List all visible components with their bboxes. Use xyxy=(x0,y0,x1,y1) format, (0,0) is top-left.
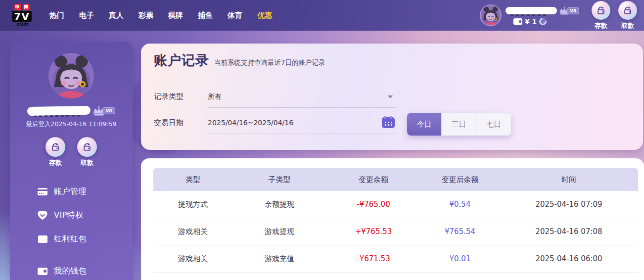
sidebar-menu: 账户管理 VIP特权 红利红包 我的钱包 xyxy=(10,180,133,280)
avatar-large[interactable] xyxy=(48,53,94,98)
col-header-after-balance: 变更后余额 xyxy=(420,175,500,185)
sidebar-withdraw-button[interactable]: 取款 xyxy=(77,137,97,167)
logo-text: 7V xyxy=(12,11,31,22)
nav-item-promotions[interactable]: 优惠 xyxy=(257,11,272,20)
nav-item-sports[interactable]: 体育 xyxy=(228,11,242,20)
sidebar-actions: 存款 取款 xyxy=(10,137,133,167)
sidebar-deposit-button[interactable]: 存款 xyxy=(46,137,65,167)
sidebar-item-label: 账户管理 xyxy=(54,187,87,197)
table-row: 提现方式 余额提现 -¥765.00 ¥0.54 2025-04-16 07:0… xyxy=(153,191,638,218)
date-range-tabs: 今日 三日 七日 xyxy=(407,113,511,136)
refresh-balance-icon[interactable] xyxy=(538,16,548,27)
logo-badges: 申 博 xyxy=(14,4,30,10)
cell-after-balance: ¥0.54 xyxy=(420,200,500,209)
nav-item-slots[interactable]: 电子 xyxy=(79,11,94,20)
nav-deposit-button[interactable]: 存款 xyxy=(592,1,610,30)
username-censored xyxy=(27,106,91,116)
logo-badge-right: 博 xyxy=(23,4,30,10)
cell-subtype: 游戏提现 xyxy=(232,227,326,236)
page-title: 账户记录 xyxy=(154,51,209,69)
last-login-text: 最后登入2025-04-16 11:09:59 xyxy=(10,120,133,129)
withdraw-icon xyxy=(618,1,637,20)
cell-subtype: 余额提现 xyxy=(232,200,326,209)
cell-change-amount: +¥765.53 xyxy=(326,227,420,236)
envelope-icon xyxy=(37,233,48,244)
cell-type: 游戏相关 xyxy=(153,254,232,264)
sidebar-item-my-wallet[interactable]: 我的钱包 xyxy=(10,259,133,280)
sidebar-item-label: 我的钱包 xyxy=(54,266,87,277)
cell-time: 2025-04-16 06:00 xyxy=(500,254,638,263)
nav-user-info: V0 ¥ 1 xyxy=(506,5,584,26)
records-table-card: 类型 子类型 变更余额 变更后余额 时间 提现方式 余额提现 -¥765.00 … xyxy=(141,158,644,280)
table-row: 游戏相关 游戏充值 -¥671.53 ¥0.01 2025-04-16 06:0… xyxy=(153,245,638,273)
col-header-type: 类型 xyxy=(153,175,232,185)
logo-suffix: .com xyxy=(15,22,28,27)
sidebar-item-label: 红利红包 xyxy=(54,234,87,244)
cell-change-amount: -¥765.00 xyxy=(326,200,420,209)
panel-title-row: 账户记录 当前系统支持查询最近7日的账户记录 xyxy=(154,51,325,69)
avatar[interactable] xyxy=(480,4,502,26)
withdraw-label: 取款 xyxy=(81,158,93,167)
col-header-change: 变更余额 xyxy=(326,175,420,185)
withdraw-icon xyxy=(77,137,97,157)
trade-date-field[interactable]: 2025/04/16~2025/04/16 xyxy=(208,115,396,134)
cell-change-amount: -¥671.53 xyxy=(326,254,420,263)
cell-type: 提现方式 xyxy=(153,200,232,209)
main-menu: 热门 电子 真人 彩票 棋牌 捕鱼 体育 优惠 xyxy=(49,11,272,20)
card-icon xyxy=(37,186,48,197)
nav-item-hot[interactable]: 热门 xyxy=(49,11,64,20)
vip-level-badge: V0 xyxy=(567,7,579,14)
deposit-icon xyxy=(46,137,65,157)
account-records-panel: 账户记录 当前系统支持查询最近7日的账户记录 记录类型 所有 交易日期 2025… xyxy=(141,44,643,150)
nav-item-boardgames[interactable]: 棋牌 xyxy=(168,11,183,20)
cell-time: 2025-04-16 07:09 xyxy=(500,200,638,209)
cell-type: 游戏相关 xyxy=(153,227,232,236)
cell-after-balance: ¥0.01 xyxy=(420,254,500,263)
table-header-row: 类型 子类型 变更余额 变更后余额 时间 xyxy=(153,168,638,191)
deposit-label: 存款 xyxy=(49,158,62,167)
nav-withdraw-button[interactable]: 取款 xyxy=(618,1,637,30)
record-type-label: 记录类型 xyxy=(154,92,184,101)
col-header-subtype: 子类型 xyxy=(232,175,326,185)
nav-item-fishing[interactable]: 捕鱼 xyxy=(198,11,213,20)
deposit-label: 存款 xyxy=(595,21,607,30)
record-type-value: 所有 xyxy=(208,93,222,100)
page-subtitle: 当前系统支持查询最近7日的账户记录 xyxy=(214,58,325,67)
withdraw-label: 取款 xyxy=(621,21,634,30)
sidebar-divider xyxy=(18,255,125,255)
sidebar: V0 最后登入2025-04-16 11:09:59 存款 取款 账户管理 xyxy=(10,42,133,280)
calendar-icon[interactable] xyxy=(382,117,395,128)
nav-item-live[interactable]: 真人 xyxy=(109,11,124,20)
vip-shield-icon xyxy=(37,210,48,221)
nav-item-lottery[interactable]: 彩票 xyxy=(138,11,153,20)
cell-time: 2025-04-16 07:08 xyxy=(500,227,638,236)
trade-date-value: 2025/04/16~2025/04/16 xyxy=(208,119,293,127)
wallet-icon xyxy=(37,266,48,277)
cell-subtype: 游戏充值 xyxy=(232,254,326,264)
top-nav: 申 博 7V .com 热门 电子 真人 彩票 棋牌 捕鱼 体育 优惠 xyxy=(0,0,644,31)
tab-today[interactable]: 今日 xyxy=(407,113,442,136)
sidebar-item-account-management[interactable]: 账户管理 xyxy=(10,180,133,203)
sidebar-user-line: V0 xyxy=(10,105,133,116)
table-row: 游戏相关 游戏提现 +¥765.53 ¥765.54 2025-04-16 07… xyxy=(153,218,638,245)
sidebar-item-bonus-redpacket[interactable]: 红利红包 xyxy=(10,227,133,251)
sidebar-item-vip-privileges[interactable]: VIP特权 xyxy=(10,203,133,227)
wallet-icon xyxy=(513,18,522,25)
logo-badge-left: 申 xyxy=(14,4,21,10)
record-type-select[interactable]: 所有 xyxy=(208,89,396,108)
vip-level-badge: V0 xyxy=(102,107,115,114)
trade-date-label: 交易日期 xyxy=(154,118,184,128)
nav-user-area: V0 ¥ 1 存款 取款 xyxy=(480,0,637,31)
sidebar-item-label: VIP特权 xyxy=(54,210,84,221)
balance-amount: ¥ 1 xyxy=(525,18,537,26)
cell-after-balance: ¥765.54 xyxy=(420,227,500,236)
col-header-time: 时间 xyxy=(500,175,638,185)
tab-seven-days[interactable]: 七日 xyxy=(476,113,511,136)
chevron-down-icon xyxy=(388,95,393,98)
brand-logo[interactable]: 申 博 7V .com xyxy=(9,4,35,27)
username-censored xyxy=(506,7,557,14)
page: 申 博 7V .com 热门 电子 真人 彩票 棋牌 捕鱼 体育 优惠 xyxy=(0,0,644,280)
tab-three-days[interactable]: 三日 xyxy=(442,113,476,136)
deposit-icon xyxy=(592,1,610,20)
